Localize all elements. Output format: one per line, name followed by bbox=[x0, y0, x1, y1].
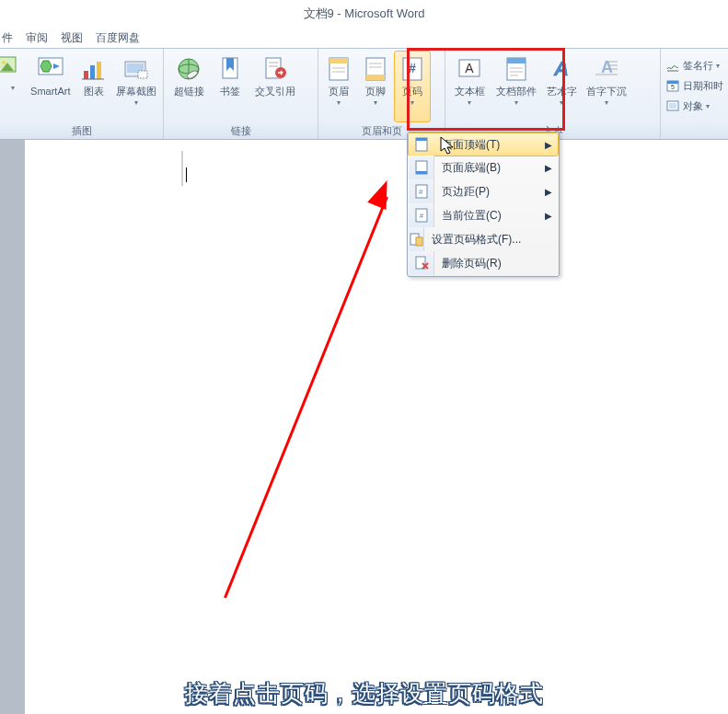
menu-remove-label: 删除页码(R) bbox=[434, 256, 531, 271]
smartart-label: SmartArt bbox=[30, 86, 70, 98]
instruction-caption: 接着点击页码，选择设置页码格式 bbox=[0, 678, 728, 708]
svg-rect-55 bbox=[416, 171, 427, 174]
dropcap-label: 首字下沉 bbox=[586, 86, 627, 98]
chart-label: 图表 bbox=[84, 86, 104, 98]
quickparts-label: 文档部件 bbox=[496, 86, 537, 98]
object-label: 对象 bbox=[683, 99, 703, 113]
svg-text:5: 5 bbox=[671, 84, 675, 90]
tab-fragment[interactable]: 件 bbox=[0, 28, 19, 48]
menu-format-pagenumbers[interactable]: 设置页码格式(F)... bbox=[409, 227, 558, 251]
screenshot-button[interactable]: 屏幕截图 ▾ bbox=[111, 51, 161, 122]
svg-rect-28 bbox=[366, 75, 385, 80]
signatureline-label: 签名行 bbox=[683, 59, 713, 73]
object-icon bbox=[665, 98, 680, 113]
group-label-links: 链接 bbox=[164, 124, 318, 139]
svg-rect-24 bbox=[329, 58, 348, 63]
smartart-button[interactable]: SmartArt bbox=[24, 51, 77, 122]
svg-rect-53 bbox=[416, 138, 427, 141]
page-bottom-icon bbox=[414, 160, 429, 175]
format-icon bbox=[409, 232, 423, 247]
svg-text:#: # bbox=[419, 188, 423, 196]
shape-partial-button[interactable]: ▾ bbox=[2, 51, 24, 122]
menu-top-label: 页面顶端(T) bbox=[434, 137, 529, 153]
window-title: 文档9 - Microsoft Word bbox=[0, 0, 728, 28]
remove-icon bbox=[414, 256, 429, 271]
wordart-button[interactable]: A 艺术字 ▾ bbox=[541, 51, 582, 122]
hyperlink-label: 超链接 bbox=[174, 86, 204, 98]
textbox-label: 文本框 bbox=[455, 86, 485, 98]
submenu-arrow-icon: ▶ bbox=[545, 163, 552, 173]
chart-button[interactable]: 图表 bbox=[77, 51, 112, 122]
svg-text:A: A bbox=[601, 58, 613, 76]
text-caret bbox=[186, 167, 187, 182]
menu-top-of-page[interactable]: 页面顶端(T) ▶ bbox=[408, 132, 559, 156]
screenshot-label: 屏幕截图 bbox=[116, 86, 156, 98]
pagenumber-menu: 页面顶端(T) ▶ 页面底端(B) ▶ # 页边距(P) ▶ # 当前位置(C)… bbox=[407, 132, 560, 277]
menu-current-label: 当前位置(C) bbox=[434, 208, 531, 224]
crossref-label: 交叉引用 bbox=[255, 86, 295, 98]
menu-current-position[interactable]: # 当前位置(C) ▶ bbox=[409, 203, 558, 227]
svg-rect-8 bbox=[97, 62, 101, 79]
svg-text:#: # bbox=[409, 61, 416, 75]
document-area[interactable] bbox=[0, 140, 728, 714]
menu-margins-label: 页边距(P) bbox=[434, 184, 519, 200]
page-top-icon bbox=[414, 137, 429, 152]
submenu-arrow-icon: ▶ bbox=[545, 140, 552, 150]
bookmark-label: 书签 bbox=[220, 86, 240, 98]
svg-rect-12 bbox=[138, 71, 147, 78]
ribbon: ▾ SmartArt 图表 屏幕截图 ▾ 插图 超链接 bbox=[0, 48, 728, 140]
submenu-arrow-icon: ▶ bbox=[545, 187, 552, 197]
page-margin-mark bbox=[181, 151, 183, 186]
svg-rect-6 bbox=[84, 71, 88, 79]
menu-remove-pagenumbers[interactable]: 删除页码(R) bbox=[409, 251, 558, 275]
dropcap-button[interactable]: A 首字下沉 ▾ bbox=[582, 51, 631, 122]
menu-format-label: 设置页码格式(F)... bbox=[424, 232, 550, 248]
header-button[interactable]: 页眉 ▾ bbox=[320, 51, 357, 122]
menu-bottom-label: 页面底端(B) bbox=[434, 160, 530, 176]
page-margin-icon: # bbox=[414, 184, 429, 199]
svg-rect-51 bbox=[669, 103, 676, 109]
datetime-button[interactable]: 5 日期和时 bbox=[665, 76, 723, 95]
group-label-right bbox=[661, 124, 728, 139]
quickparts-button[interactable]: 文档部件 ▾ bbox=[491, 51, 541, 122]
footer-button[interactable]: 页脚 ▾ bbox=[357, 51, 394, 122]
pagenumber-label: 页码 bbox=[402, 86, 422, 98]
group-label-illustrations: 插图 bbox=[0, 124, 163, 139]
menu-page-margins[interactable]: # 页边距(P) ▶ bbox=[409, 179, 558, 203]
tab-baidu-netdisk[interactable]: 百度网盘 bbox=[89, 28, 146, 48]
textbox-button[interactable]: A 文本框 ▾ bbox=[447, 51, 491, 122]
footer-label: 页脚 bbox=[365, 86, 386, 98]
signatureline-button[interactable]: 签名行▾ bbox=[665, 56, 723, 75]
page-current-icon: # bbox=[414, 208, 429, 223]
tab-view[interactable]: 视图 bbox=[54, 28, 89, 48]
svg-rect-7 bbox=[90, 65, 95, 79]
signature-icon bbox=[665, 58, 680, 73]
submenu-arrow-icon: ▶ bbox=[545, 211, 552, 221]
wordart-label: 艺术字 bbox=[547, 86, 577, 98]
hyperlink-button[interactable]: 超链接 bbox=[166, 51, 212, 122]
header-label: 页眉 bbox=[329, 86, 349, 98]
bookmark-button[interactable]: 书签 bbox=[212, 51, 248, 122]
datetime-label: 日期和时 bbox=[683, 79, 723, 93]
calendar-icon: 5 bbox=[665, 78, 680, 93]
ribbon-tabs: 件 审阅 视图 百度网盘 bbox=[0, 28, 728, 48]
svg-text:A: A bbox=[465, 61, 474, 75]
svg-point-1 bbox=[2, 61, 6, 64]
svg-text:A: A bbox=[553, 57, 569, 80]
svg-rect-36 bbox=[507, 58, 526, 63]
svg-text:#: # bbox=[419, 212, 423, 220]
crossref-button[interactable]: 交叉引用 bbox=[248, 51, 302, 122]
doc-left-margin bbox=[0, 140, 25, 714]
pagenumber-button[interactable]: # 页码 ▾ bbox=[394, 51, 431, 122]
object-button[interactable]: 对象▾ bbox=[665, 97, 723, 115]
svg-rect-61 bbox=[416, 237, 422, 246]
menu-bottom-of-page[interactable]: 页面底端(B) ▶ bbox=[409, 155, 558, 179]
svg-marker-4 bbox=[40, 61, 52, 72]
tab-review[interactable]: 审阅 bbox=[19, 28, 54, 48]
